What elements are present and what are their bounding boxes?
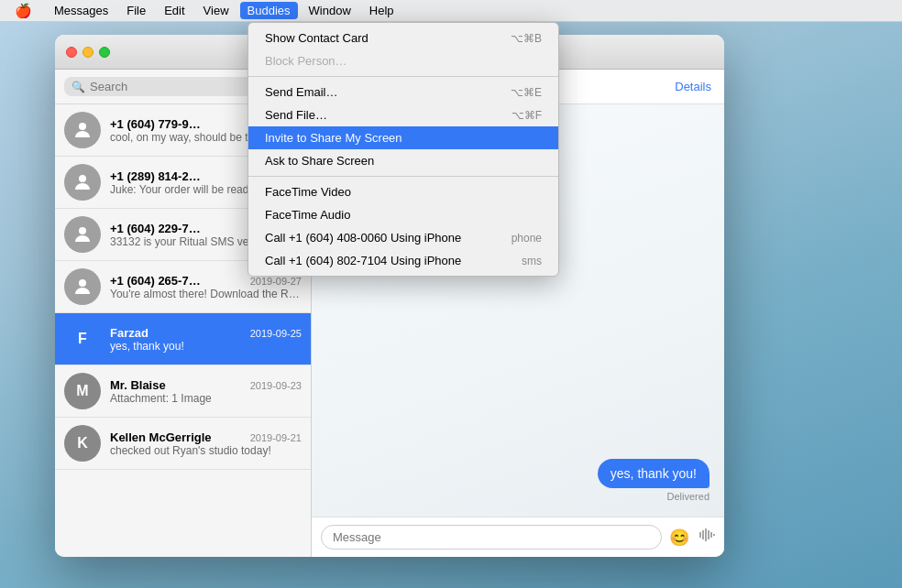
avatar-farzad: F	[64, 321, 101, 357]
delivered-status: Delivered	[667, 491, 710, 502]
chat-input-area: 😊	[312, 517, 724, 557]
menu-item-label: Block Person…	[265, 54, 347, 68]
menu-show-contact-card[interactable]: Show Contact Card ⌥⌘B	[248, 27, 558, 49]
conv-name: Mr. Blaise	[110, 378, 166, 392]
conv-name: +1 (604) 229-7…	[110, 222, 201, 235]
list-item[interactable]: K Kellen McGerrigle 2019-09-21 checked o…	[55, 418, 311, 470]
conv-date: 2019-09-21	[250, 432, 302, 443]
close-button[interactable]	[66, 47, 77, 58]
sms-label: sms	[522, 255, 542, 267]
menu-item-label: FaceTime Audio	[265, 208, 350, 222]
buddies-dropdown-menu: Show Contact Card ⌥⌘B Block Person… Send…	[248, 22, 559, 277]
avatar	[64, 112, 101, 148]
menu-facetime-video[interactable]: FaceTime Video	[248, 180, 558, 203]
phone-label: phone	[512, 232, 542, 245]
menubar: 🍎 Messages File Edit View Buddies Window…	[0, 0, 902, 22]
menu-call-0060[interactable]: Call +1 (604) 408-0060 Using iPhone phon…	[248, 226, 558, 249]
message-input[interactable]	[321, 525, 662, 550]
conv-preview: You're almost there! Download the Ritual…	[110, 288, 302, 300]
menu-item-label: FaceTime Video	[265, 185, 351, 199]
menu-invite-share-screen[interactable]: Invite to Share My Screen	[248, 126, 558, 149]
minimize-button[interactable]	[82, 47, 94, 58]
messages-menu[interactable]: Messages	[47, 2, 116, 19]
conv-date: 2019-09-25	[250, 328, 302, 339]
menu-separator-2	[248, 176, 558, 177]
conv-date: 2019-09-23	[250, 380, 302, 391]
help-menu[interactable]: Help	[362, 2, 402, 19]
message-bubble: yes, thank you!	[598, 459, 710, 488]
conv-name: +1 (289) 814-2…	[110, 169, 201, 183]
avatar: M	[64, 373, 101, 409]
conv-name: +1 (604) 265-7…	[110, 274, 201, 288]
menu-item-label: Call +1 (604) 802-7104 Using iPhone	[265, 254, 461, 267]
emoji-button[interactable]: 😊	[669, 528, 689, 548]
conv-info: Kellen McGerrigle 2019-09-21 checked out…	[110, 430, 302, 457]
menu-item-label: Send Email…	[265, 85, 337, 99]
view-menu[interactable]: View	[196, 2, 236, 19]
menu-send-email[interactable]: Send Email… ⌥⌘E	[248, 81, 558, 103]
conv-preview: Attachment: 1 Image	[110, 392, 302, 405]
audio-button[interactable]	[697, 527, 715, 548]
edit-menu[interactable]: Edit	[157, 2, 192, 19]
menu-facetime-audio[interactable]: FaceTime Audio	[248, 203, 558, 226]
menu-item-label: Invite to Share My Screen	[265, 131, 402, 145]
list-item-farzad[interactable]: F Farzad 2019-09-25 yes, thank you!	[55, 313, 311, 365]
conv-preview: checked out Ryan's studio today!	[110, 444, 302, 457]
menu-shortcut: ⌥⌘F	[512, 109, 542, 122]
traffic-lights	[66, 47, 110, 58]
menu-call-7104[interactable]: Call +1 (604) 802-7104 Using iPhone sms	[248, 249, 558, 272]
details-button[interactable]: Details	[675, 80, 711, 93]
apple-menu[interactable]: 🍎	[7, 1, 39, 21]
conv-info: Mr. Blaise 2019-09-23 Attachment: 1 Imag…	[110, 378, 302, 405]
menu-send-file[interactable]: Send File… ⌥⌘F	[248, 103, 558, 126]
svg-point-3	[79, 279, 86, 287]
conv-info: Farzad 2019-09-25 yes, thank you!	[110, 326, 302, 353]
avatar: K	[64, 425, 101, 462]
conv-info: +1 (604) 265-7… 2019-09-27 You're almost…	[110, 274, 302, 300]
menu-shortcut: ⌥⌘B	[511, 32, 542, 45]
menu-separator	[248, 76, 558, 77]
buddies-menu[interactable]: Buddies	[240, 2, 298, 19]
menu-ask-share-screen[interactable]: Ask to Share Screen	[248, 149, 558, 172]
menu-shortcut: ⌥⌘E	[511, 86, 542, 99]
search-icon: 🔍	[72, 81, 85, 93]
conv-name: +1 (604) 779-9…	[110, 117, 201, 131]
file-menu[interactable]: File	[119, 2, 153, 19]
svg-point-1	[79, 175, 86, 182]
menu-item-label: Send File…	[265, 108, 327, 122]
avatar	[64, 268, 101, 305]
conv-preview: yes, thank you!	[110, 340, 302, 353]
svg-point-2	[79, 227, 86, 234]
menu-item-label: Ask to Share Screen	[265, 154, 374, 168]
menu-block-person: Block Person…	[248, 49, 558, 72]
list-item[interactable]: M Mr. Blaise 2019-09-23 Attachment: 1 Im…	[55, 365, 311, 418]
conv-date: 2019-09-27	[250, 276, 302, 287]
window-menu[interactable]: Window	[302, 2, 358, 19]
conv-name: Kellen McGerrigle	[110, 430, 212, 444]
menu-item-label: Show Contact Card	[265, 31, 368, 45]
avatar	[64, 164, 101, 201]
svg-point-0	[79, 123, 86, 130]
avatar	[64, 216, 101, 253]
maximize-button[interactable]	[99, 47, 110, 58]
menu-item-label: Call +1 (604) 408-0060 Using iPhone	[265, 231, 461, 245]
conv-name-farzad: Farzad	[110, 326, 148, 340]
